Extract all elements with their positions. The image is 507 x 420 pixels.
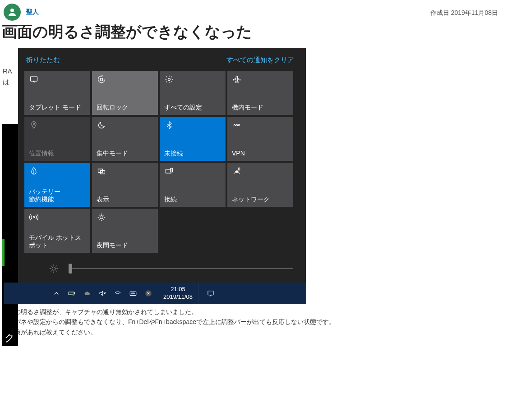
vpn-icon	[232, 120, 242, 130]
tile-label: 未接続	[164, 150, 221, 157]
bluetooth-icon	[164, 120, 174, 130]
svg-point-7	[238, 124, 240, 126]
sun-icon	[97, 212, 106, 222]
quick-action-tiles: タブレット モード 回転ロック すべての設定 機内モード	[22, 71, 302, 253]
background-cut-text: ク	[5, 331, 15, 345]
tray-close-icon[interactable]	[141, 283, 156, 304]
taskbar: 21:05 2019/11/08	[4, 283, 306, 304]
svg-rect-12	[238, 168, 240, 170]
svg-point-18	[73, 294, 75, 296]
taskbar-clock[interactable]: 21:05 2019/11/08	[158, 286, 198, 301]
tile-battery-saver[interactable]: バッテリー 節約機能	[24, 163, 90, 207]
rotation-lock-icon	[97, 74, 106, 84]
author-link[interactable]: 聖人	[26, 8, 39, 16]
body-line: 画面の明るさ調整が、キャプチャの通り無効かされてしまいました。	[2, 307, 504, 317]
tray-battery-icon[interactable]	[64, 283, 79, 304]
network-icon	[232, 166, 242, 176]
svg-rect-21	[208, 291, 213, 295]
tile-label: モバイル ホットスポット	[29, 234, 86, 249]
location-icon	[29, 120, 39, 130]
tablet-icon	[29, 74, 39, 84]
hotspot-icon	[29, 212, 39, 222]
tile-label: 回転ロック	[97, 104, 153, 111]
tile-tablet-mode[interactable]: タブレット モード	[24, 71, 90, 115]
tile-label: 夜間モード	[97, 242, 153, 249]
tile-night-light[interactable]: 夜間モード	[92, 209, 158, 253]
body-line: コンパネや設定からの調整もできなくなり、Fn+DelやFn+backspaceで…	[2, 317, 504, 327]
tile-project[interactable]: 表示	[92, 163, 158, 207]
tray-volume-muted-icon[interactable]	[95, 283, 110, 304]
tile-airplane-mode[interactable]: 機内モード	[227, 71, 293, 115]
tile-all-settings[interactable]: すべての設定	[160, 71, 226, 115]
tray-wifi-icon[interactable]	[110, 283, 125, 304]
tile-label: 集中モード	[97, 150, 153, 157]
svg-rect-17	[74, 293, 75, 294]
tile-mobile-hotspot[interactable]: モバイル ホットスポット	[24, 209, 90, 253]
svg-point-15	[52, 267, 55, 270]
created-date: 作成日 2019年11月08日	[430, 9, 498, 17]
svg-point-4	[33, 123, 34, 124]
moon-icon	[97, 120, 106, 130]
avatar	[4, 4, 21, 21]
svg-point-6	[236, 124, 237, 126]
leaf-icon	[29, 166, 39, 176]
svg-point-14	[100, 216, 103, 219]
tile-vpn[interactable]: VPN	[227, 117, 293, 161]
svg-point-3	[168, 78, 171, 81]
brightness-slider[interactable]	[69, 268, 293, 269]
svg-point-13	[33, 216, 34, 218]
tile-label: すべての設定	[164, 104, 221, 111]
background-accent	[2, 239, 5, 266]
body-line: 解決策があれば教えてください。	[2, 327, 504, 337]
tile-connect[interactable]: 接続	[160, 163, 226, 207]
airplane-icon	[232, 74, 242, 84]
tray-chevron-icon[interactable]	[49, 283, 64, 304]
project-icon	[97, 166, 106, 176]
tile-network[interactable]: ネットワーク	[227, 163, 293, 207]
action-center-panel: 折りたたむ すべての通知をクリア タブレット モード 回転ロック す	[18, 48, 306, 283]
tile-label: VPN	[232, 150, 289, 157]
body-cut-text: RA は	[3, 66, 12, 87]
svg-rect-1	[31, 77, 37, 81]
tile-label: 表示	[97, 196, 153, 203]
connect-icon	[164, 166, 174, 176]
gear-icon	[164, 74, 174, 84]
taskbar-time: 21:05	[163, 286, 193, 293]
post-title: 画面の明るさ調整ができなくなった	[0, 21, 507, 48]
tile-label: 接続	[164, 196, 221, 203]
taskbar-date: 2019/11/08	[163, 293, 193, 301]
brightness-slider-thumb[interactable]	[69, 264, 72, 274]
tile-rotation-lock[interactable]: 回転ロック	[92, 71, 158, 115]
svg-rect-11	[171, 168, 173, 172]
collapse-link[interactable]: 折りたたむ	[26, 56, 60, 64]
svg-point-5	[234, 124, 235, 126]
action-center-toggle[interactable]	[198, 283, 222, 304]
tile-label: 位置情報	[29, 150, 86, 157]
background-window-strip	[2, 124, 18, 346]
tile-location[interactable]: 位置情報	[24, 117, 90, 161]
tray-ime-icon[interactable]	[125, 283, 141, 304]
post-body: 画面の明るさ調整が、キャプチャの通り無効かされてしまいました。 コンパネや設定か…	[0, 304, 507, 346]
brightness-icon	[49, 264, 59, 274]
tile-focus-assist[interactable]: 集中モード	[92, 117, 158, 161]
tile-label: ネットワーク	[232, 196, 289, 203]
tile-label: 機内モード	[232, 104, 289, 111]
svg-point-0	[10, 9, 14, 12]
clear-all-link[interactable]: すべての通知をクリア	[226, 56, 294, 64]
brightness-slider-row	[22, 253, 302, 276]
tile-label: タブレット モード	[29, 104, 86, 111]
tray-onedrive-icon[interactable]	[79, 283, 95, 304]
tile-label: バッテリー 節約機能	[29, 188, 86, 203]
svg-rect-2	[101, 78, 103, 81]
tile-bluetooth[interactable]: 未接続	[160, 117, 226, 161]
